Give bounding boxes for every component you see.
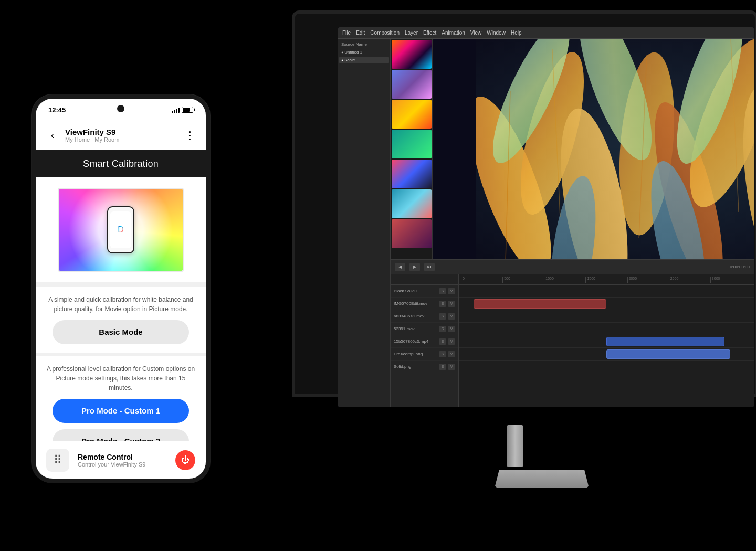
- track-solo-3[interactable]: S: [439, 326, 446, 332]
- menu-file[interactable]: File: [342, 30, 351, 36]
- pro-mode-section: A professional level calibration for Cus…: [36, 356, 206, 441]
- remote-label: Remote Control: [78, 453, 167, 461]
- menu-layer[interactable]: Layer: [405, 30, 418, 36]
- pro-mode-description: A professional level calibration for Cus…: [46, 364, 195, 393]
- remote-icon-symbol: ⠿: [54, 453, 62, 467]
- basic-mode-button[interactable]: Basic Mode: [52, 320, 189, 344]
- editor-top-bar: File Edit Composition Layer Effect Anima…: [338, 27, 754, 39]
- remote-sublabel: Control your ViewFinity S9: [78, 461, 167, 468]
- track-solo-2[interactable]: S: [439, 313, 446, 320]
- thumbnail-6[interactable]: [392, 189, 432, 218]
- header-location: My Home · My Room: [65, 136, 181, 143]
- track-header-3: 52391.mov S V: [391, 323, 458, 335]
- basic-mode-description: A simple and quick calibration for white…: [46, 295, 195, 314]
- leaf-svg: [476, 39, 754, 259]
- timeline-btn-2[interactable]: ▶: [410, 263, 420, 271]
- pro-mode-custom1-button[interactable]: Pro Mode - Custom 1: [52, 399, 189, 423]
- track-visibility-4[interactable]: V: [448, 338, 455, 345]
- thumbnail-1[interactable]: [392, 40, 432, 69]
- phone-device: 12:45 ‹ ViewFinity S9 My Home · My: [32, 94, 226, 525]
- ruler-mark-1: 0: [461, 277, 502, 283]
- ruler-mark-7: 3000: [710, 277, 752, 283]
- sidebar-item-1[interactable]: ◂ Untitled 1: [339, 49, 389, 56]
- track-visibility-2[interactable]: V: [448, 313, 455, 320]
- phone-content: D A simple and quick calibration for whi…: [36, 177, 206, 441]
- phone-illustration: D: [107, 206, 134, 253]
- preview-thumbnails: [391, 39, 433, 259]
- track-visibility-5[interactable]: V: [448, 351, 455, 357]
- track-controls-6: S V: [439, 364, 455, 370]
- track-controls-3: S V: [439, 326, 455, 332]
- monitor-stand-neck: [507, 425, 523, 467]
- battery-icon: [182, 107, 193, 113]
- calibration-title: Smart Calibration: [83, 158, 159, 169]
- timeline-track-5: [459, 348, 754, 361]
- ruler-mark-2: 500: [502, 277, 544, 283]
- color-wheel-container: D: [58, 188, 184, 272]
- track-visibility-1[interactable]: V: [448, 301, 455, 307]
- back-button[interactable]: ‹: [44, 127, 61, 144]
- pro-mode-custom2-button[interactable]: Pro Mode - Custom 2: [52, 429, 189, 441]
- thumbnail-4[interactable]: [392, 130, 432, 158]
- track-header-1: IMG5760Edit.mov S V: [391, 298, 458, 310]
- calibration-header-band: Smart Calibration: [36, 150, 206, 177]
- timeline-btn-1[interactable]: ◀: [395, 263, 405, 271]
- track-solo-5[interactable]: S: [439, 351, 446, 357]
- editor-content: ◀ ▶ ⏮ 0:00:00:00 Bla: [391, 39, 754, 407]
- ruler-mark-4: 1500: [585, 277, 627, 283]
- source-name-header: Source Name: [339, 41, 389, 48]
- thumbnail-2[interactable]: [392, 70, 432, 99]
- timeline-area: ◀ ▶ ⏮ 0:00:00:00 Bla: [391, 259, 754, 407]
- track-header-2: 6833486X1.mov S V: [391, 310, 458, 323]
- samsung-logo-mini: D: [118, 225, 124, 235]
- header-title-group: ViewFinity S9 My Home · My Room: [61, 128, 181, 143]
- track-solo-0[interactable]: S: [439, 288, 446, 294]
- editor-sidebar: Source Name ◂ Untitled 1 ◂ Scale: [338, 39, 391, 407]
- thumbnail-5[interactable]: [392, 160, 432, 188]
- timeline-track-2: [459, 310, 754, 323]
- menu-animation[interactable]: Animation: [442, 30, 465, 36]
- timeline-btn-3[interactable]: ⏮: [424, 263, 435, 271]
- menu-effect[interactable]: Effect: [423, 30, 436, 36]
- timeline-ruler: 0 500 1000 1500 2000 2500 3000: [459, 274, 754, 285]
- track-visibility-3[interactable]: V: [448, 326, 455, 332]
- menu-composition[interactable]: Composition: [370, 30, 400, 36]
- clip-track1[interactable]: [474, 299, 606, 309]
- menu-window[interactable]: Window: [487, 30, 506, 36]
- ruler-mark-6: 2500: [669, 277, 710, 283]
- monitor-screen: File Edit Composition Layer Effect Anima…: [338, 27, 754, 407]
- menu-edit[interactable]: Edit: [356, 30, 365, 36]
- monitor-bezel: File Edit Composition Layer Effect Anima…: [292, 10, 756, 397]
- power-icon: ⏻: [181, 455, 190, 465]
- more-menu-button[interactable]: ⋮: [181, 127, 197, 144]
- track-solo-1[interactable]: S: [439, 301, 446, 307]
- menu-view[interactable]: View: [470, 30, 482, 36]
- track-visibility-6[interactable]: V: [448, 364, 455, 370]
- track-header-6: Solid.png S V: [391, 361, 458, 373]
- ruler-header: [391, 274, 458, 285]
- timeline-toolbar: ◀ ▶ ⏮ 0:00:00:00: [391, 260, 754, 274]
- timeline-track-0: [459, 285, 754, 298]
- track-solo-6[interactable]: S: [439, 364, 446, 370]
- track-controls-1: S V: [439, 301, 455, 307]
- track-headers: Black Solid 1 S V IMG5760Edit.mov: [391, 274, 459, 407]
- timeline-time: 0:00:00:00: [730, 264, 750, 269]
- timeline-track-1: [459, 298, 754, 310]
- timeline-track-6: [459, 361, 754, 373]
- sidebar-item-2[interactable]: ◂ Scale: [339, 57, 389, 63]
- track-solo-4[interactable]: S: [439, 338, 446, 345]
- track-visibility-0[interactable]: V: [448, 288, 455, 294]
- status-time: 12:45: [48, 106, 66, 114]
- ruler-mark-5: 2000: [627, 277, 669, 283]
- clip-track4[interactable]: [606, 337, 724, 346]
- bottom-bar[interactable]: ⠿ Remote Control Control your ViewFinity…: [36, 441, 206, 479]
- track-header-0: Black Solid 1 S V: [391, 285, 458, 298]
- thumbnail-3[interactable]: [392, 100, 432, 129]
- thumbnail-7[interactable]: [392, 219, 432, 248]
- track-header-5: ProXcompLang S V: [391, 348, 458, 361]
- remote-text-group: Remote Control Control your ViewFinity S…: [78, 453, 167, 468]
- status-icons: [172, 107, 193, 113]
- menu-help[interactable]: Help: [511, 30, 522, 36]
- clip-track5[interactable]: [606, 349, 730, 359]
- power-button[interactable]: ⏻: [175, 450, 195, 470]
